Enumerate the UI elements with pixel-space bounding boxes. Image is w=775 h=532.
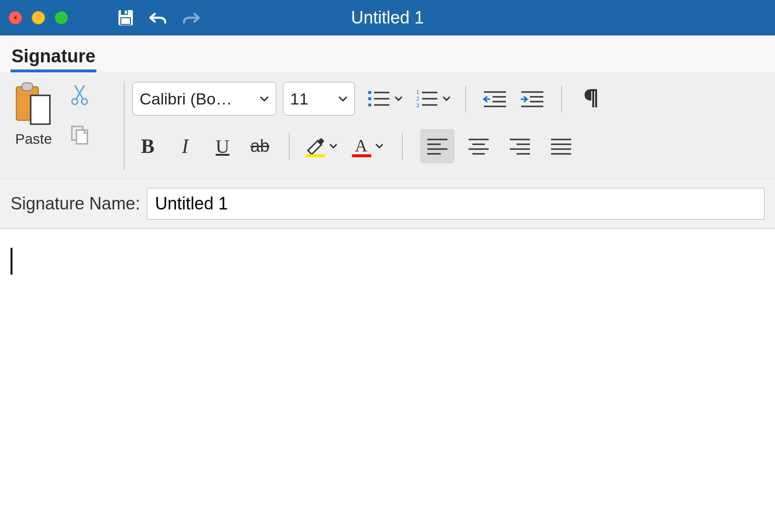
- align-left-button[interactable]: [420, 129, 455, 163]
- redo-button[interactable]: [181, 8, 200, 27]
- svg-line-10: [75, 85, 83, 100]
- redo-icon: [181, 9, 200, 27]
- align-center-button[interactable]: [461, 129, 496, 163]
- highlighter-icon: [303, 134, 327, 158]
- save-icon: [116, 8, 135, 27]
- svg-rect-3: [125, 11, 127, 14]
- paste-icon: [11, 82, 54, 128]
- svg-text:2: 2: [416, 96, 419, 102]
- strikethrough-icon: ab: [250, 136, 270, 156]
- svg-text:1: 1: [416, 89, 419, 95]
- svg-rect-17: [368, 104, 371, 106]
- copy-button[interactable]: [70, 125, 89, 144]
- separator: [289, 133, 290, 160]
- italic-icon: I: [182, 135, 188, 158]
- bullet-list-button[interactable]: [366, 88, 404, 109]
- chevron-down-icon: [394, 96, 404, 102]
- bold-icon: B: [141, 135, 154, 158]
- minimize-window-button[interactable]: [32, 11, 45, 24]
- quick-access-toolbar: [116, 8, 200, 27]
- align-right-icon: [508, 137, 532, 156]
- highlight-color-button[interactable]: [303, 134, 339, 158]
- font-name-select[interactable]: Calibri (Bo…: [132, 82, 276, 116]
- bold-button[interactable]: B: [132, 131, 163, 161]
- align-right-button[interactable]: [503, 129, 537, 163]
- undo-icon: [149, 9, 168, 27]
- decrease-indent-icon: [482, 89, 508, 108]
- align-justify-icon: [549, 137, 573, 156]
- scissors-icon: [70, 83, 89, 105]
- strikethrough-button[interactable]: ab: [245, 131, 275, 161]
- cut-button[interactable]: [70, 85, 89, 104]
- svg-point-7: [72, 99, 78, 104]
- svg-rect-35: [352, 154, 371, 157]
- font-size-select[interactable]: 11: [283, 82, 355, 116]
- maximize-window-button[interactable]: [55, 11, 68, 24]
- window-title: Untitled 1: [351, 8, 424, 28]
- svg-rect-5: [22, 83, 33, 91]
- save-button[interactable]: [116, 8, 135, 27]
- svg-rect-15: [368, 97, 371, 100]
- separator: [561, 85, 562, 112]
- chevron-down-icon: [259, 96, 269, 102]
- group-font: Calibri (Bo… 11: [132, 82, 606, 170]
- show-paragraph-marks-button[interactable]: [575, 84, 606, 114]
- signature-editor[interactable]: [0, 229, 775, 516]
- close-window-button[interactable]: [9, 11, 22, 24]
- signature-name-input[interactable]: [147, 188, 764, 220]
- chevron-down-icon: [442, 96, 452, 102]
- paste-button[interactable]: Paste: [11, 82, 54, 147]
- pilcrow-icon: [583, 88, 599, 109]
- text-cursor: [11, 248, 12, 275]
- svg-text:A: A: [355, 136, 367, 155]
- chevron-down-icon: [329, 143, 339, 149]
- align-center-icon: [467, 137, 491, 156]
- undo-button[interactable]: [149, 8, 168, 27]
- numbered-list-button[interactable]: 1 2 3: [414, 88, 452, 109]
- tab-signature[interactable]: Signature: [11, 41, 96, 72]
- copy-icon: [70, 124, 89, 145]
- paste-label: Paste: [15, 131, 52, 147]
- chevron-down-icon: [338, 96, 348, 102]
- chevron-down-icon: [375, 143, 385, 149]
- svg-line-9: [76, 85, 84, 100]
- svg-rect-6: [31, 95, 50, 124]
- separator: [465, 85, 466, 112]
- svg-text:3: 3: [416, 103, 419, 108]
- separator: [124, 81, 125, 170]
- underline-button[interactable]: U: [207, 131, 238, 161]
- signature-name-row: Signature Name:: [0, 179, 775, 229]
- increase-indent-icon: [519, 89, 545, 108]
- separator: [402, 133, 403, 160]
- decrease-indent-button[interactable]: [480, 84, 510, 114]
- increase-indent-button[interactable]: [517, 84, 548, 114]
- group-clipboard: Paste: [11, 79, 116, 170]
- underline-icon: U: [216, 135, 230, 158]
- title-bar: Untitled 1: [0, 0, 775, 35]
- numbered-list-icon: 1 2 3: [414, 88, 440, 109]
- bullet-list-icon: [366, 88, 392, 109]
- ribbon: Paste: [0, 72, 775, 179]
- signature-name-label: Signature Name:: [11, 194, 140, 214]
- font-size-value: 11: [290, 90, 308, 108]
- align-left-icon: [425, 137, 449, 156]
- svg-point-8: [82, 99, 87, 104]
- svg-rect-13: [368, 91, 371, 94]
- font-color-button[interactable]: A: [349, 134, 385, 158]
- italic-button[interactable]: I: [170, 131, 200, 161]
- svg-rect-33: [306, 154, 325, 157]
- window-controls: [9, 11, 68, 24]
- font-name-value: Calibri (Bo…: [140, 90, 232, 108]
- align-justify-button[interactable]: [544, 129, 578, 163]
- ribbon-tab-row: Signature: [0, 35, 775, 72]
- font-color-icon: A: [349, 134, 373, 158]
